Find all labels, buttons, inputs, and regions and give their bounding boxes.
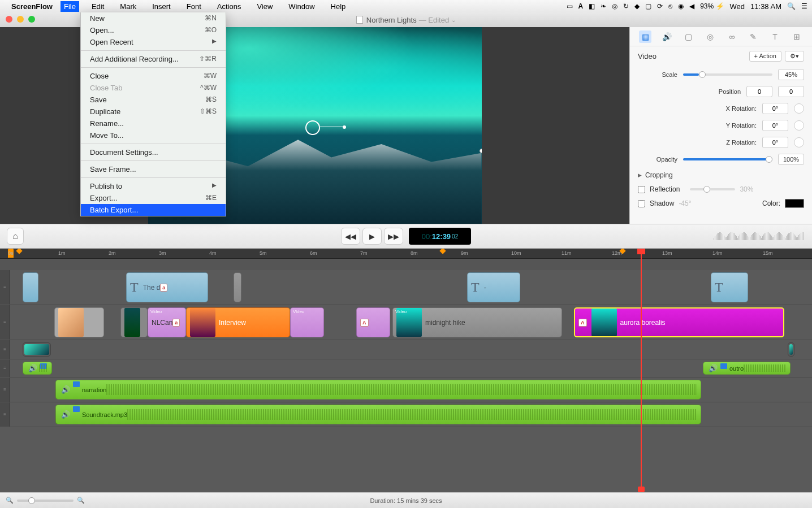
opacity-slider[interactable]: [683, 158, 772, 160]
playhead[interactable]: [641, 249, 642, 492]
file-menu-item[interactable]: Move To...: [81, 129, 226, 141]
track-handle-icon[interactable]: ≡: [0, 340, 10, 359]
file-menu-item[interactable]: Add Additional Recording...⇧⌘R: [81, 53, 226, 65]
play-button[interactable]: ▶: [362, 228, 382, 245]
spotlight-icon[interactable]: 🔍: [787, 2, 796, 10]
timeline-clip[interactable]: [120, 307, 148, 337]
clock-day[interactable]: Wed: [730, 2, 745, 11]
position-x-field[interactable]: [746, 86, 772, 97]
track-audio-2[interactable]: ≡🔊narration: [10, 377, 812, 402]
file-menu-item[interactable]: Save Frame...: [81, 163, 226, 175]
timeline-clip[interactable]: T-: [467, 272, 520, 302]
timeline-clip[interactable]: [23, 342, 51, 357]
xrot-dial[interactable]: [794, 103, 804, 114]
timeline-clip[interactable]: Video: [290, 307, 324, 337]
scale-value[interactable]: 45%: [778, 69, 804, 80]
close-window-button[interactable]: [6, 16, 12, 23]
file-menu-item[interactable]: Open Recent▶: [81, 36, 226, 48]
waveform-zoom-display[interactable]: [714, 232, 804, 240]
menu-insert[interactable]: Insert: [149, 1, 174, 12]
file-menu-item[interactable]: Document Settings...: [81, 146, 226, 158]
timeline-clip[interactable]: T: [711, 272, 748, 302]
bluetooth-icon[interactable]: ⎋: [668, 2, 672, 10]
title-chevron-icon[interactable]: ⌄: [451, 17, 456, 23]
timeline-clip[interactable]: 🔊outro: [703, 362, 791, 375]
zrot-field[interactable]: [762, 137, 788, 148]
track-handle-icon[interactable]: ≡: [0, 270, 10, 305]
timeline-clip[interactable]: [788, 342, 794, 357]
menu-help[interactable]: Help: [327, 1, 349, 12]
evernote-icon[interactable]: ❧: [601, 2, 606, 10]
tab-callout-icon[interactable]: ◎: [704, 31, 716, 43]
app-icon[interactable]: ◧: [589, 2, 595, 10]
selection-edge-handle[interactable]: [480, 149, 482, 153]
add-action-button[interactable]: + Action: [749, 51, 781, 62]
sync-icon[interactable]: ↻: [623, 2, 629, 10]
timeline-clip[interactable]: TThe da: [126, 272, 208, 302]
file-menu-item[interactable]: Rename...: [81, 118, 226, 129]
timemachine-icon[interactable]: ⟳: [657, 2, 663, 10]
zrot-dial[interactable]: [794, 137, 804, 147]
dropbox-icon[interactable]: ◆: [634, 2, 640, 10]
clock-time[interactable]: 11:38 AM: [750, 2, 781, 11]
file-menu-item[interactable]: Open...⌘O: [81, 24, 226, 36]
shadow-angle[interactable]: -45°: [679, 199, 699, 207]
display-icon[interactable]: ▢: [645, 2, 651, 10]
rotation-handle-dot[interactable]: [343, 125, 346, 129]
yrot-dial[interactable]: [794, 120, 804, 131]
reflection-value[interactable]: 30%: [740, 185, 753, 193]
shadow-checkbox[interactable]: [638, 200, 645, 207]
track-audio-1[interactable]: ≡🔊🔊outro: [10, 359, 812, 377]
menu-file[interactable]: File: [61, 1, 79, 12]
reflection-slider[interactable]: [690, 188, 735, 190]
file-menu-item[interactable]: Duplicate⇧⌘S: [81, 106, 226, 118]
file-menu-item[interactable]: Batch Export...: [81, 204, 226, 216]
document-state[interactable]: — Edited: [419, 16, 449, 24]
menu-mark[interactable]: Mark: [116, 1, 140, 12]
camera-icon[interactable]: ▭: [567, 2, 573, 10]
shadow-color-swatch[interactable]: [785, 199, 804, 208]
forward-button[interactable]: ▶▶: [384, 228, 403, 245]
zoom-slider[interactable]: [17, 500, 74, 502]
zoom-in-icon[interactable]: 🔍: [77, 497, 85, 504]
position-y-field[interactable]: [778, 86, 804, 97]
rotation-handle[interactable]: [305, 120, 320, 135]
tab-text-icon[interactable]: T: [769, 31, 781, 43]
minimize-window-button[interactable]: [17, 16, 24, 23]
file-menu-item[interactable]: Close⌘W: [81, 70, 226, 82]
timeline-clip[interactable]: Videomidnight hike: [392, 307, 562, 337]
volume-icon[interactable]: ◀: [689, 2, 694, 10]
app-name[interactable]: ScreenFlow: [11, 2, 53, 11]
file-menu-item[interactable]: Save⌘S: [81, 94, 226, 106]
timecode-display[interactable]: 00:12:3902: [409, 228, 471, 245]
adobe-icon[interactable]: A: [578, 2, 584, 10]
track-handle-icon[interactable]: ≡: [0, 359, 10, 377]
zoom-out-icon[interactable]: 🔍: [6, 497, 14, 504]
menu-view[interactable]: View: [253, 1, 276, 12]
track-audio-3[interactable]: ≡🔊Soundtrack.mp3: [10, 402, 812, 427]
zoom-window-button[interactable]: [28, 16, 35, 23]
tab-touch-icon[interactable]: ∞: [725, 31, 738, 43]
timeline-clip[interactable]: 🔊narration: [55, 380, 701, 400]
file-menu-item[interactable]: Export...⌘E: [81, 192, 226, 204]
timeline-clip[interactable]: 🔊: [23, 362, 52, 375]
cropping-section[interactable]: ▶ Cropping: [630, 168, 812, 183]
rewind-button[interactable]: ◀◀: [341, 228, 360, 245]
menu-font[interactable]: Font: [183, 1, 205, 12]
track-video-2[interactable]: ≡VideoNLCanaInterviewVideoAVideomidnight…: [10, 305, 812, 340]
notification-icon[interactable]: ☰: [801, 2, 807, 10]
reflection-checkbox[interactable]: [638, 186, 645, 193]
tab-media-icon[interactable]: ⊞: [791, 31, 803, 43]
track-handle-icon[interactable]: ≡: [0, 377, 10, 402]
yrot-field[interactable]: [762, 120, 788, 131]
xrot-field[interactable]: [762, 103, 788, 114]
file-menu-item[interactable]: Publish to▶: [81, 180, 226, 192]
file-menu-item[interactable]: New⌘N: [81, 12, 226, 24]
scale-slider[interactable]: [683, 73, 772, 76]
timeline-clip[interactable]: Interview: [186, 307, 290, 337]
cloud-icon[interactable]: ◎: [612, 2, 617, 10]
timeline-clip[interactable]: Aaurora borealis: [574, 307, 784, 337]
track-handle-icon[interactable]: ≡: [0, 402, 10, 427]
chapter-marker[interactable]: [439, 249, 446, 254]
timeline-clip[interactable]: [54, 307, 104, 337]
